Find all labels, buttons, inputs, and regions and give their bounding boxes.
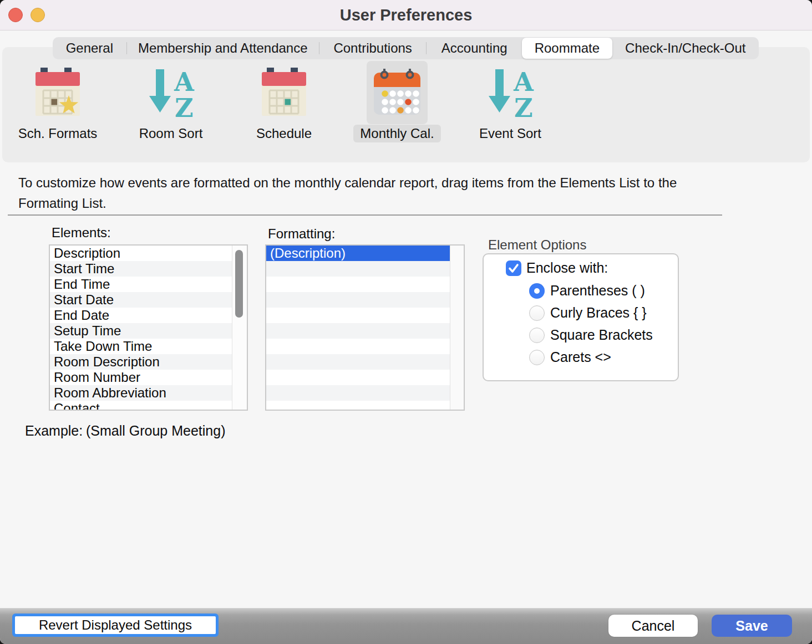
titlebar: User Preferences xyxy=(0,0,812,30)
radio-carets[interactable]: Carets <> xyxy=(529,349,611,365)
window-title: User Preferences xyxy=(0,0,812,30)
toolbar-item-room-sort[interactable]: A Z Room Sort xyxy=(129,61,212,142)
toolbar-item-label: Sch. Formats xyxy=(12,125,104,142)
list-item-room-description[interactable]: Room Description xyxy=(50,354,232,370)
svg-text:A: A xyxy=(513,67,534,97)
toolbar-item-monthly-cal[interactable]: Monthly Cal. xyxy=(356,61,439,142)
revert-button[interactable]: Revert Displayed Settings xyxy=(15,616,216,634)
empty-list-row xyxy=(266,261,450,277)
list-item-description[interactable]: (Description) xyxy=(266,246,450,261)
element-options-panel: Enclose with: Parentheses ( )Curly Brace… xyxy=(483,253,679,381)
elements-rows: DescriptionStart TimeEnd TimeStart DateE… xyxy=(50,246,232,410)
save-button[interactable]: Save xyxy=(712,615,792,637)
list-item-description[interactable]: Description xyxy=(50,246,232,261)
user-preferences-window: User Preferences GeneralMembership and A… xyxy=(0,0,812,644)
example-label: Example: xyxy=(25,423,83,439)
list-item-start-date[interactable]: Start Date xyxy=(50,292,232,308)
radio-unselected-icon[interactable] xyxy=(529,350,545,365)
formatting-rows: (Description) xyxy=(266,246,450,410)
tab-accounting[interactable]: Accounting xyxy=(427,37,522,59)
monthly-calendar-icon xyxy=(367,61,428,124)
list-item-end-time[interactable]: End Time xyxy=(50,277,232,292)
empty-list-row xyxy=(266,401,450,410)
list-item-take-down-time[interactable]: Take Down Time xyxy=(50,339,232,354)
tab-roommate[interactable]: Roommate xyxy=(522,38,612,59)
toolbar-item-label: Monthly Cal. xyxy=(353,125,440,142)
calendar-grid-icon xyxy=(253,61,314,124)
toolbar-item-sch-formats[interactable]: Sch. Formats xyxy=(16,61,99,142)
formatting-label: Formatting: xyxy=(268,226,335,242)
sort-az-icon: A Z xyxy=(140,61,201,124)
divider xyxy=(8,214,722,216)
empty-list-row xyxy=(266,385,450,401)
radio-square-brackets[interactable]: Square Brackets xyxy=(529,327,653,343)
empty-list-row xyxy=(266,277,450,292)
list-item-contact[interactable]: Contact xyxy=(50,401,232,410)
svg-text:Z: Z xyxy=(175,93,194,119)
list-item-room-abbreviation[interactable]: Room Abbreviation xyxy=(50,385,232,401)
enclose-with-checkbox[interactable]: Enclose with: xyxy=(506,260,608,276)
list-item-setup-time[interactable]: Setup Time xyxy=(50,323,232,339)
toolbar-item-label: Room Sort xyxy=(133,125,210,142)
elements-list: DescriptionStart TimeEnd TimeStart DateE… xyxy=(49,244,248,411)
empty-list-row xyxy=(266,339,450,354)
elements-label: Elements: xyxy=(52,225,111,241)
radio-unselected-icon[interactable] xyxy=(529,305,545,321)
footer-bar: Revert Displayed Settings Cancel Save xyxy=(0,608,812,644)
radio-selected-icon[interactable] xyxy=(529,283,545,299)
scrollbar-thumb[interactable] xyxy=(235,250,243,318)
list-item-start-time[interactable]: Start Time xyxy=(50,261,232,277)
radio-parentheses[interactable]: Parentheses ( ) xyxy=(529,283,645,299)
list-item-end-date[interactable]: End Date xyxy=(50,308,232,323)
tab-bar: GeneralMembership and AttendanceContribu… xyxy=(53,37,759,59)
radio-unselected-icon[interactable] xyxy=(529,328,545,343)
calendar-star-icon xyxy=(27,61,88,124)
formatting-list: (Description) xyxy=(265,244,465,411)
checkbox-label: Enclose with: xyxy=(526,260,608,276)
toolbar: Sch. Formats A Z Room Sort Schedule Mont… xyxy=(16,61,582,142)
element-options-label: Element Options xyxy=(488,237,586,253)
tab-general[interactable]: General xyxy=(53,37,126,59)
sort-az-icon: A Z xyxy=(480,61,541,124)
empty-list-row xyxy=(266,370,450,385)
radio-label: Curly Braces { } xyxy=(550,305,647,321)
tab-contributions[interactable]: Contributions xyxy=(319,37,427,59)
description-text: To customize how events are formatted on… xyxy=(18,172,687,213)
checkbox-checked-icon[interactable] xyxy=(506,260,521,276)
radio-label: Carets <> xyxy=(550,349,611,365)
empty-list-row xyxy=(266,354,450,370)
example-value: (Small Group Meeting) xyxy=(86,423,225,439)
cancel-button[interactable]: Cancel xyxy=(608,615,698,637)
tab-membership-and-attendance[interactable]: Membership and Attendance xyxy=(127,37,319,59)
svg-text:Z: Z xyxy=(514,93,533,119)
toolbar-item-label: Event Sort xyxy=(473,125,548,142)
empty-list-row xyxy=(266,292,450,308)
empty-list-row xyxy=(266,308,450,323)
elements-scrollbar[interactable] xyxy=(232,246,247,410)
radio-label: Square Brackets xyxy=(550,327,653,343)
list-item-room-number[interactable]: Room Number xyxy=(50,370,232,385)
radio-curly-braces[interactable]: Curly Braces { } xyxy=(529,305,647,321)
toolbar-item-event-sort[interactable]: A Z Event Sort xyxy=(469,61,552,142)
empty-list-row xyxy=(266,323,450,339)
toolbar-item-schedule[interactable]: Schedule xyxy=(242,61,326,142)
toolbar-item-label: Schedule xyxy=(250,125,318,142)
tab-check-in-check-out[interactable]: Check-In/Check-Out xyxy=(612,37,759,59)
svg-text:A: A xyxy=(174,67,195,97)
radio-label: Parentheses ( ) xyxy=(550,283,645,299)
formatting-scrollbar[interactable] xyxy=(450,246,464,410)
